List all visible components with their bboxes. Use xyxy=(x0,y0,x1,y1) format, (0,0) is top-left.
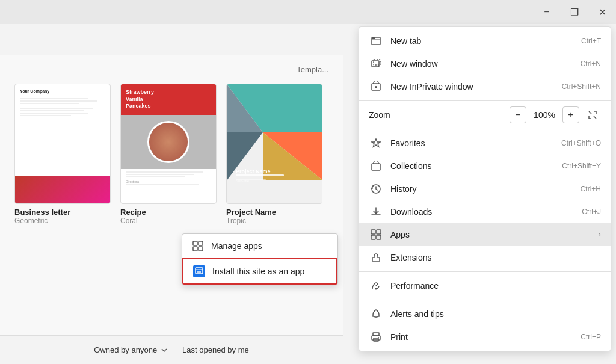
alerts-icon xyxy=(369,307,383,321)
history-label: History xyxy=(390,184,581,194)
separator-3 xyxy=(359,271,611,272)
new-tab-icon xyxy=(369,34,383,48)
collections-label: Collections xyxy=(390,161,562,171)
svg-rect-39 xyxy=(371,230,375,234)
performance-label: Performance xyxy=(390,281,601,291)
separator-2 xyxy=(359,129,611,129)
collections-shortcut: Ctrl+Shift+Y xyxy=(562,162,601,170)
template-card-recipe[interactable]: StrawberryVanillaPancakes Directions Rec… xyxy=(120,84,217,225)
history-shortcut: Ctrl+H xyxy=(581,185,601,193)
inprivate-icon xyxy=(369,79,383,94)
collections-icon xyxy=(369,159,383,173)
svg-rect-27 xyxy=(193,247,197,251)
zoom-out-button[interactable]: − xyxy=(510,106,526,123)
owned-by-filter[interactable]: Owned by anyone xyxy=(94,345,168,354)
svg-text:Sub-title: Sub-title xyxy=(236,179,250,183)
template-card-business[interactable]: Your Company Business letter Geometric xyxy=(14,84,111,225)
svg-rect-42 xyxy=(377,235,381,239)
close-button[interactable]: ✕ xyxy=(588,0,616,24)
template-header: Templa... xyxy=(0,55,343,79)
template-card-sub-recipe: Coral xyxy=(120,217,217,225)
apps-label: Apps xyxy=(390,230,594,239)
last-opened-filter[interactable]: Last opened by me xyxy=(182,345,249,354)
new-tab-label: New tab xyxy=(390,36,581,46)
alerts-label: Alerts and tips xyxy=(390,309,601,319)
template-card-img-project: Project Name Sub-title xyxy=(226,84,322,204)
new-window-shortcut: Ctrl+N xyxy=(581,60,601,68)
favorites-shortcut: Ctrl+Shift+O xyxy=(561,139,601,147)
install-site-as-app-item[interactable]: Install this site as an app xyxy=(182,258,337,285)
main-content: Templa... Your Company Business letter xyxy=(0,55,343,364)
svg-rect-26 xyxy=(199,241,203,245)
new-window-item[interactable]: New window Ctrl+N xyxy=(359,52,611,75)
apps-arrow-icon: › xyxy=(599,230,601,239)
zoom-label: Zoom xyxy=(369,110,510,120)
print-icon xyxy=(369,330,383,344)
zoom-in-button[interactable]: + xyxy=(562,106,579,123)
zoom-controls: − 100% + xyxy=(510,106,601,123)
print-label: Print xyxy=(390,332,581,342)
downloads-shortcut: Ctrl+J xyxy=(582,208,601,216)
svg-rect-41 xyxy=(371,235,375,239)
svg-rect-21 xyxy=(236,174,284,176)
performance-icon xyxy=(369,279,383,293)
svg-rect-30 xyxy=(197,271,201,273)
favorites-label: Favorites xyxy=(390,138,561,148)
svg-rect-37 xyxy=(372,164,380,170)
template-card-label-business: Business letter xyxy=(14,208,111,217)
dropdown-menu: New tab Ctrl+T New window Ctrl+N New InP… xyxy=(359,26,611,351)
print-item[interactable]: Print Ctrl+P xyxy=(359,325,611,348)
downloads-label: Downloads xyxy=(390,207,582,217)
template-card-project[interactable]: Project Name Sub-title Project Name Trop… xyxy=(226,84,322,225)
history-icon xyxy=(369,182,383,196)
svg-text:Project Name: Project Name xyxy=(236,168,271,174)
new-window-label: New window xyxy=(390,59,581,69)
history-item[interactable]: History Ctrl+H xyxy=(359,177,611,200)
apps-icon xyxy=(369,227,383,242)
new-tab-shortcut: Ctrl+T xyxy=(581,37,601,45)
maximize-button[interactable]: ❐ xyxy=(561,0,588,24)
manage-apps-icon xyxy=(192,240,204,252)
template-card-img-recipe: StrawberryVanillaPancakes Directions xyxy=(120,84,217,204)
svg-rect-33 xyxy=(372,61,379,67)
alerts-item[interactable]: Alerts and tips xyxy=(359,303,611,325)
template-grid: Your Company Business letter Geometric xyxy=(0,79,343,230)
inprivate-item[interactable]: New InPrivate window Ctrl+Shift+N xyxy=(359,75,611,98)
new-tab-item[interactable]: New tab Ctrl+T xyxy=(359,29,611,52)
extensions-label: Extensions xyxy=(390,253,601,262)
zoom-expand-button[interactable] xyxy=(584,106,601,123)
inprivate-shortcut: Ctrl+Shift+N xyxy=(562,82,601,91)
apps-submenu: Manage apps Install this site as an app xyxy=(182,233,338,285)
collections-item[interactable]: Collections Ctrl+Shift+Y xyxy=(359,155,611,177)
filter-bar: Owned by anyone Last opened by me xyxy=(0,335,343,364)
inprivate-label: New InPrivate window xyxy=(390,82,562,91)
template-card-label-project: Project Name xyxy=(226,208,322,217)
extensions-menu-icon xyxy=(369,250,383,265)
downloads-icon xyxy=(369,205,383,219)
favorites-item[interactable]: Favorites Ctrl+Shift+O xyxy=(359,132,611,155)
separator-1 xyxy=(359,100,611,101)
svg-point-43 xyxy=(375,288,377,290)
svg-point-47 xyxy=(378,337,379,338)
svg-rect-25 xyxy=(193,241,197,245)
extensions-item[interactable]: Extensions xyxy=(359,246,611,269)
title-bar: − ❐ ✕ xyxy=(0,0,616,24)
zoom-value: 100% xyxy=(531,110,558,120)
template-card-sub-business: Geometric xyxy=(14,217,111,225)
minimize-button[interactable]: − xyxy=(533,0,561,24)
svg-rect-32 xyxy=(372,37,375,39)
separator-4 xyxy=(359,300,611,300)
install-app-icon xyxy=(193,265,205,277)
svg-point-36 xyxy=(375,86,377,88)
apps-item[interactable]: Apps › xyxy=(359,223,611,246)
svg-rect-28 xyxy=(199,247,203,251)
template-card-sub-project: Tropic xyxy=(226,217,322,225)
downloads-item[interactable]: Downloads Ctrl+J xyxy=(359,200,611,223)
new-window-icon xyxy=(369,57,383,71)
template-card-img-business: Your Company xyxy=(14,84,111,204)
zoom-row: Zoom − 100% + xyxy=(359,103,611,126)
svg-rect-40 xyxy=(377,230,381,234)
manage-apps-item[interactable]: Manage apps xyxy=(182,234,337,258)
print-shortcut: Ctrl+P xyxy=(581,333,601,341)
performance-item[interactable]: Performance xyxy=(359,274,611,297)
